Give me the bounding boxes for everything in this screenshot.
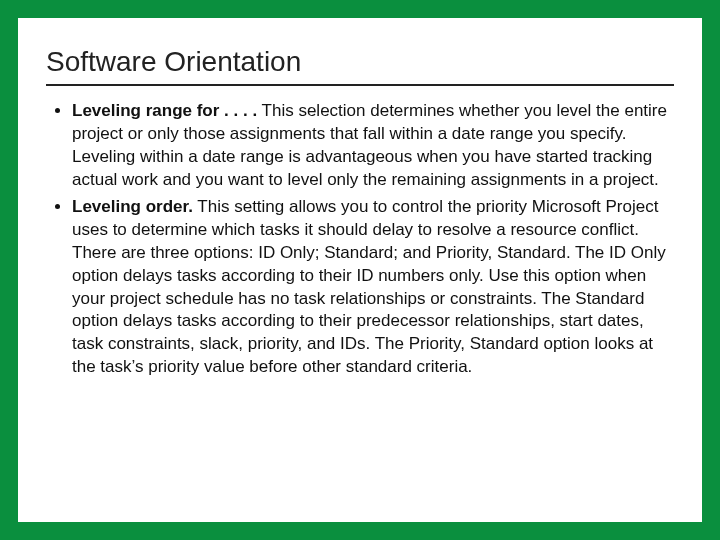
list-item: Leveling order. This setting allows you … <box>72 196 674 380</box>
bullet-body: This setting allows you to control the p… <box>72 197 666 377</box>
title-underline <box>46 84 674 86</box>
bullet-list: Leveling range for . . . . This selectio… <box>46 100 674 383</box>
bullet-term: Leveling order. <box>72 197 193 216</box>
list-item: Leveling range for . . . . This selectio… <box>72 100 674 192</box>
slide-frame: Software Orientation Leveling range for … <box>0 0 720 540</box>
bullet-term: Leveling range for . . . . <box>72 101 257 120</box>
slide-title: Software Orientation <box>46 46 674 78</box>
